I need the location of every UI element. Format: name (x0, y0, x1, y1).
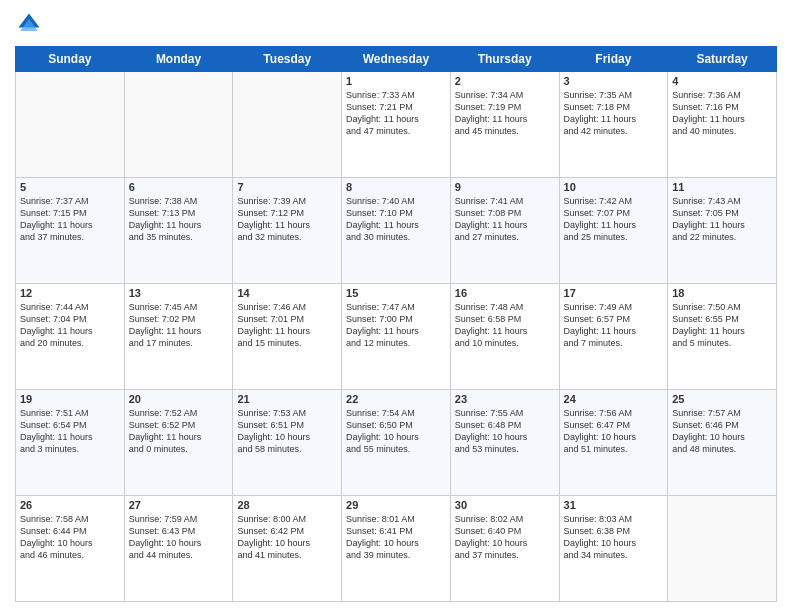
calendar-cell: 21Sunrise: 7:53 AM Sunset: 6:51 PM Dayli… (233, 390, 342, 496)
day-number: 14 (237, 287, 337, 299)
day-number: 2 (455, 75, 555, 87)
day-header: Sunday (16, 47, 125, 72)
day-info: Sunrise: 7:43 AM Sunset: 7:05 PM Dayligh… (672, 195, 772, 244)
day-number: 8 (346, 181, 446, 193)
calendar-cell: 7Sunrise: 7:39 AM Sunset: 7:12 PM Daylig… (233, 178, 342, 284)
calendar-cell: 18Sunrise: 7:50 AM Sunset: 6:55 PM Dayli… (668, 284, 777, 390)
day-info: Sunrise: 7:57 AM Sunset: 6:46 PM Dayligh… (672, 407, 772, 456)
calendar-cell: 13Sunrise: 7:45 AM Sunset: 7:02 PM Dayli… (124, 284, 233, 390)
day-info: Sunrise: 7:46 AM Sunset: 7:01 PM Dayligh… (237, 301, 337, 350)
day-info: Sunrise: 7:36 AM Sunset: 7:16 PM Dayligh… (672, 89, 772, 138)
day-info: Sunrise: 7:37 AM Sunset: 7:15 PM Dayligh… (20, 195, 120, 244)
calendar-cell: 11Sunrise: 7:43 AM Sunset: 7:05 PM Dayli… (668, 178, 777, 284)
day-number: 12 (20, 287, 120, 299)
day-number: 4 (672, 75, 772, 87)
calendar-cell (16, 72, 125, 178)
day-number: 3 (564, 75, 664, 87)
day-number: 13 (129, 287, 229, 299)
day-number: 17 (564, 287, 664, 299)
calendar-cell: 8Sunrise: 7:40 AM Sunset: 7:10 PM Daylig… (342, 178, 451, 284)
day-number: 11 (672, 181, 772, 193)
calendar-cell: 20Sunrise: 7:52 AM Sunset: 6:52 PM Dayli… (124, 390, 233, 496)
day-number: 18 (672, 287, 772, 299)
day-number: 23 (455, 393, 555, 405)
calendar-cell (668, 496, 777, 602)
day-info: Sunrise: 8:03 AM Sunset: 6:38 PM Dayligh… (564, 513, 664, 562)
day-info: Sunrise: 7:51 AM Sunset: 6:54 PM Dayligh… (20, 407, 120, 456)
calendar-cell: 23Sunrise: 7:55 AM Sunset: 6:48 PM Dayli… (450, 390, 559, 496)
calendar-cell: 31Sunrise: 8:03 AM Sunset: 6:38 PM Dayli… (559, 496, 668, 602)
calendar-cell (124, 72, 233, 178)
day-number: 20 (129, 393, 229, 405)
calendar-cell: 17Sunrise: 7:49 AM Sunset: 6:57 PM Dayli… (559, 284, 668, 390)
day-header: Wednesday (342, 47, 451, 72)
day-header: Saturday (668, 47, 777, 72)
calendar-cell: 19Sunrise: 7:51 AM Sunset: 6:54 PM Dayli… (16, 390, 125, 496)
calendar-cell: 16Sunrise: 7:48 AM Sunset: 6:58 PM Dayli… (450, 284, 559, 390)
calendar-cell: 6Sunrise: 7:38 AM Sunset: 7:13 PM Daylig… (124, 178, 233, 284)
header-row: SundayMondayTuesdayWednesdayThursdayFrid… (16, 47, 777, 72)
day-number: 10 (564, 181, 664, 193)
day-header: Friday (559, 47, 668, 72)
calendar-cell: 12Sunrise: 7:44 AM Sunset: 7:04 PM Dayli… (16, 284, 125, 390)
calendar-cell: 15Sunrise: 7:47 AM Sunset: 7:00 PM Dayli… (342, 284, 451, 390)
day-info: Sunrise: 7:50 AM Sunset: 6:55 PM Dayligh… (672, 301, 772, 350)
calendar-cell: 14Sunrise: 7:46 AM Sunset: 7:01 PM Dayli… (233, 284, 342, 390)
day-number: 31 (564, 499, 664, 511)
day-info: Sunrise: 7:45 AM Sunset: 7:02 PM Dayligh… (129, 301, 229, 350)
page: SundayMondayTuesdayWednesdayThursdayFrid… (0, 0, 792, 612)
day-info: Sunrise: 8:01 AM Sunset: 6:41 PM Dayligh… (346, 513, 446, 562)
day-info: Sunrise: 7:40 AM Sunset: 7:10 PM Dayligh… (346, 195, 446, 244)
calendar-cell (233, 72, 342, 178)
calendar-cell: 30Sunrise: 8:02 AM Sunset: 6:40 PM Dayli… (450, 496, 559, 602)
day-number: 26 (20, 499, 120, 511)
day-number: 21 (237, 393, 337, 405)
day-info: Sunrise: 7:41 AM Sunset: 7:08 PM Dayligh… (455, 195, 555, 244)
day-number: 28 (237, 499, 337, 511)
day-info: Sunrise: 7:49 AM Sunset: 6:57 PM Dayligh… (564, 301, 664, 350)
day-number: 29 (346, 499, 446, 511)
day-info: Sunrise: 7:42 AM Sunset: 7:07 PM Dayligh… (564, 195, 664, 244)
week-row: 12Sunrise: 7:44 AM Sunset: 7:04 PM Dayli… (16, 284, 777, 390)
logo (15, 10, 47, 38)
calendar-cell: 10Sunrise: 7:42 AM Sunset: 7:07 PM Dayli… (559, 178, 668, 284)
calendar-cell: 1Sunrise: 7:33 AM Sunset: 7:21 PM Daylig… (342, 72, 451, 178)
day-info: Sunrise: 7:48 AM Sunset: 6:58 PM Dayligh… (455, 301, 555, 350)
logo-icon (15, 10, 43, 38)
day-info: Sunrise: 7:34 AM Sunset: 7:19 PM Dayligh… (455, 89, 555, 138)
day-info: Sunrise: 7:58 AM Sunset: 6:44 PM Dayligh… (20, 513, 120, 562)
day-number: 30 (455, 499, 555, 511)
calendar: SundayMondayTuesdayWednesdayThursdayFrid… (15, 46, 777, 602)
day-number: 27 (129, 499, 229, 511)
calendar-cell: 4Sunrise: 7:36 AM Sunset: 7:16 PM Daylig… (668, 72, 777, 178)
day-number: 19 (20, 393, 120, 405)
day-info: Sunrise: 7:56 AM Sunset: 6:47 PM Dayligh… (564, 407, 664, 456)
day-number: 22 (346, 393, 446, 405)
week-row: 5Sunrise: 7:37 AM Sunset: 7:15 PM Daylig… (16, 178, 777, 284)
day-info: Sunrise: 7:59 AM Sunset: 6:43 PM Dayligh… (129, 513, 229, 562)
calendar-cell: 3Sunrise: 7:35 AM Sunset: 7:18 PM Daylig… (559, 72, 668, 178)
day-info: Sunrise: 7:54 AM Sunset: 6:50 PM Dayligh… (346, 407, 446, 456)
day-number: 9 (455, 181, 555, 193)
calendar-cell: 28Sunrise: 8:00 AM Sunset: 6:42 PM Dayli… (233, 496, 342, 602)
calendar-cell: 29Sunrise: 8:01 AM Sunset: 6:41 PM Dayli… (342, 496, 451, 602)
week-row: 19Sunrise: 7:51 AM Sunset: 6:54 PM Dayli… (16, 390, 777, 496)
calendar-cell: 27Sunrise: 7:59 AM Sunset: 6:43 PM Dayli… (124, 496, 233, 602)
calendar-cell: 26Sunrise: 7:58 AM Sunset: 6:44 PM Dayli… (16, 496, 125, 602)
day-info: Sunrise: 7:44 AM Sunset: 7:04 PM Dayligh… (20, 301, 120, 350)
day-number: 15 (346, 287, 446, 299)
day-info: Sunrise: 7:35 AM Sunset: 7:18 PM Dayligh… (564, 89, 664, 138)
calendar-cell: 25Sunrise: 7:57 AM Sunset: 6:46 PM Dayli… (668, 390, 777, 496)
week-row: 1Sunrise: 7:33 AM Sunset: 7:21 PM Daylig… (16, 72, 777, 178)
day-info: Sunrise: 7:55 AM Sunset: 6:48 PM Dayligh… (455, 407, 555, 456)
day-info: Sunrise: 7:53 AM Sunset: 6:51 PM Dayligh… (237, 407, 337, 456)
day-info: Sunrise: 7:39 AM Sunset: 7:12 PM Dayligh… (237, 195, 337, 244)
day-number: 16 (455, 287, 555, 299)
day-number: 7 (237, 181, 337, 193)
day-info: Sunrise: 7:33 AM Sunset: 7:21 PM Dayligh… (346, 89, 446, 138)
day-info: Sunrise: 8:00 AM Sunset: 6:42 PM Dayligh… (237, 513, 337, 562)
day-number: 6 (129, 181, 229, 193)
day-number: 1 (346, 75, 446, 87)
calendar-cell: 22Sunrise: 7:54 AM Sunset: 6:50 PM Dayli… (342, 390, 451, 496)
calendar-cell: 2Sunrise: 7:34 AM Sunset: 7:19 PM Daylig… (450, 72, 559, 178)
